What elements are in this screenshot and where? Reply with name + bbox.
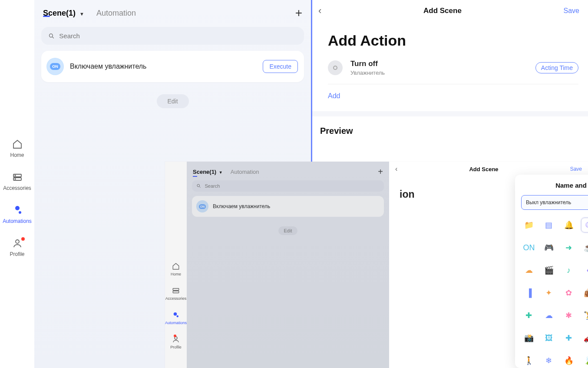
icon-option-gem[interactable]: ♦ [581,263,588,278]
accessories-icon [172,287,180,295]
action-row[interactable]: Turn off Увлажнитель Acting Time [312,53,588,81]
ov-nav-home[interactable]: Home [171,262,181,276]
chevron-down-icon: ▼ [219,170,223,175]
icon-option-aid[interactable]: ✚ [562,331,576,345]
action-title: Turn off [350,60,528,68]
add-action-title: Add Action [312,22,588,53]
on-badge-icon: ON [50,63,60,70]
scene-name-input[interactable] [521,195,588,210]
overlay-right-pane: ‹ Add Scene Save ion Acting Time Name an… [389,162,588,368]
accessories-icon [12,172,23,182]
icon-option-hashtag[interactable]: ✱ [562,308,576,323]
icon-option-bell[interactable]: 🔔 [562,218,576,232]
add-scene-header: ‹ Add Scene Save [312,0,588,22]
icon-option-bag[interactable]: 👜 [581,285,588,300]
home-icon [12,139,23,149]
icon-option-camera2[interactable]: 📸 [522,331,536,345]
svg-point-5 [16,240,19,243]
ov-nav-profile[interactable]: Profile [170,335,182,349]
nav-automations[interactable]: Automations [0,205,34,224]
svg-point-9 [174,312,177,316]
ov-scene-card[interactable]: ON Включаем увлажнитель [192,196,384,217]
search-icon [48,33,55,40]
overlay-screenshot-2: Home Accessories Automations Profile Sce… [165,162,588,368]
scene-tabs: Scene(1) ▼ Automation + [41,3,304,24]
icon-option-car[interactable]: 🚗 [581,331,588,345]
preview-header: Preview [312,116,588,136]
popup-title: Name and icon [521,182,588,189]
scene-card[interactable]: ON Включаем увлажнитель Execute [41,51,304,82]
add-action-link[interactable]: Add [312,84,588,107]
panel-title: Add Scene [423,7,462,15]
device-icon [328,60,343,75]
svg-rect-8 [173,291,179,293]
ov-tab-scene-label: Scene(1) [193,169,216,175]
svg-point-2 [15,175,16,176]
overlay-scene-pane: Scene(1) ▼ Automation + ON Включаем увла… [187,162,389,368]
action-text: Turn off Увлажнитель [350,60,528,76]
icon-option-cloud[interactable]: ☁ [522,263,536,278]
icon-option-stack[interactable]: ▤ [542,218,556,232]
nav-home[interactable]: Home [0,139,34,158]
execute-button[interactable]: Execute [263,60,298,73]
icon-option-flower[interactable]: ✿ [562,285,576,300]
add-scene-plus-icon[interactable]: + [295,6,302,20]
icon-option-walk[interactable]: 🚶 [522,353,536,368]
ov-search[interactable] [192,180,384,192]
icon-option-book[interactable]: ▐ [522,285,536,300]
ov-tab-scene[interactable]: Scene(1) ▼ [193,169,223,175]
ov-nav-accessories[interactable]: Accessories [165,287,187,301]
back-icon[interactable]: ‹ [318,5,321,17]
chevron-down-icon: ▼ [79,11,84,17]
ov-plus-icon[interactable]: + [378,167,383,177]
edit-button[interactable]: Edit [157,94,189,108]
tab-automation[interactable]: Automation [96,9,136,18]
ov-tabs: Scene(1) ▼ Automation + [192,165,384,180]
icon-option-photo[interactable]: 🖼 [542,331,556,345]
icon-option-gamepad[interactable]: 🎮 [542,240,556,255]
icon-option-moon[interactable]: ☾ [581,218,588,232]
search-icon [196,183,201,189]
automations-icon [12,205,23,215]
ov-edit-button[interactable]: Edit [278,226,297,235]
search-input[interactable] [59,32,297,40]
nav-accessories[interactable]: Accessories [0,172,34,191]
on-badge-icon: ON [199,204,206,209]
nav-accessories-label: Accessories [3,185,31,191]
icon-option-night-cloud[interactable]: ☁ [542,308,556,323]
icon-option-leaf[interactable]: 🍃 [581,353,588,368]
icon-option-palette[interactable]: ✦ [542,285,556,300]
ov-nav-auto-label: Automations [165,321,187,325]
nav-profile-label: Profile [10,251,24,257]
ov-right-header: ‹ Add Scene Save [389,162,588,176]
scene-card-title: Включаем увлажнитель [70,63,257,70]
svg-point-3 [15,179,16,179]
icon-option-fire[interactable]: 🔥 [562,353,576,368]
icon-option-coffee[interactable]: ☕ [581,240,588,255]
icon-option-folder[interactable]: 📁 [522,218,536,232]
icon-option-dumbbell[interactable]: 🏋 [581,308,588,323]
acting-time-button[interactable]: Acting Time [535,62,578,73]
icon-option-medkit[interactable]: ✚ [522,308,536,323]
tab-scene[interactable]: Scene(1) ▼ [43,9,84,18]
overlay-sidebar: Home Accessories Automations Profile [165,162,187,368]
ov-save-button[interactable]: Save [570,166,582,172]
svg-point-10 [177,315,179,318]
icon-option-movie[interactable]: 🎬 [542,263,556,278]
icon-option-on-badge[interactable]: ON [522,240,536,255]
icon-option-snow[interactable]: ❄ [542,353,556,368]
sidebar: Home Accessories Automations Profile [0,0,34,368]
svg-point-4 [19,211,21,214]
icon-option-music[interactable]: ♪ [562,263,576,278]
ov-tab-automation[interactable]: Automation [231,169,259,175]
icon-option-enter[interactable]: ➜ [562,240,576,255]
ov-search-input[interactable] [205,183,380,189]
nav-profile[interactable]: Profile [0,238,34,257]
svg-point-6 [50,33,53,37]
save-button[interactable]: Save [564,7,579,15]
ov-nav-automations[interactable]: Automations [165,311,187,325]
tab-scene-label: Scene(1) [43,9,76,17]
profile-icon [12,238,23,249]
search-bar[interactable] [41,27,304,45]
back-icon[interactable]: ‹ [395,165,397,173]
